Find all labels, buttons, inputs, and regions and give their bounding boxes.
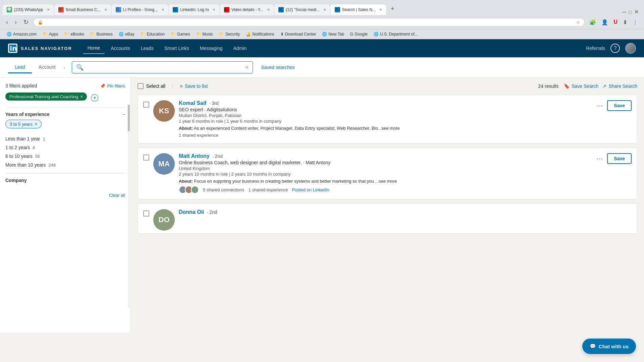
saved-searches-button[interactable]: Saved searches <box>261 65 294 70</box>
minimize-button[interactable]: ─ <box>622 9 626 15</box>
tab-gmail-close[interactable]: × <box>105 7 107 12</box>
bookmark-business-label: Business <box>96 32 113 37</box>
card-komal-checkbox[interactable] <box>143 102 149 108</box>
ublock-icon[interactable]: U <box>611 18 620 26</box>
bookmark-ebooks[interactable]: 📁 eBooks <box>61 31 87 38</box>
share-search-button[interactable]: ↗ Share Search <box>602 83 637 89</box>
donna-name[interactable]: Donna Oii <box>179 209 204 215</box>
bookmark-notifications[interactable]: 🔔 Notifications <box>243 31 277 38</box>
tab-linkedin-social[interactable]: in (12) "Social medi... × <box>274 4 330 15</box>
select-all-checkbox[interactable] <box>138 83 144 89</box>
bookmark-amazon[interactable]: 🌐 Amazon.com <box>4 31 39 38</box>
nav-messaging[interactable]: Messaging <box>195 43 227 54</box>
filter-6-to-10yr[interactable]: 6 to 10 years 56 <box>5 152 125 161</box>
industry-filter-remove[interactable]: × <box>80 94 83 99</box>
search-input-wrap[interactable]: 🔍 SEO × <box>72 61 253 73</box>
download-icon[interactable]: ⬇ <box>621 18 629 27</box>
bookmark-business[interactable]: 📁 Business <box>87 31 115 38</box>
search-type-tabs: Lead Account › <box>8 62 66 73</box>
youtube-favicon: ▶ <box>224 7 229 12</box>
referrals-button[interactable]: Referrals <box>586 46 605 51</box>
filter-6-10yr-count: 56 <box>35 154 40 159</box>
bookmark-new-tab[interactable]: 🌐 New Tab <box>319 31 346 38</box>
tab-linkedin-social-close[interactable]: × <box>324 7 326 12</box>
security-folder-icon: 📁 <box>219 32 224 37</box>
tab-google-close[interactable]: × <box>162 7 164 12</box>
profile-icon[interactable]: 👤 <box>599 18 610 27</box>
search-magnifier-icon: 🔍 <box>76 64 84 71</box>
card-matt-avatar[interactable]: MA <box>153 153 175 175</box>
bookmark-us-dept[interactable]: 🌐 U.S. Department of... <box>371 31 421 38</box>
card-donna-avatar[interactable]: DO <box>153 209 175 231</box>
save-search-button[interactable]: 🔖 Save Search <box>564 83 598 89</box>
bookmark-star-icon[interactable]: ☆ <box>576 20 580 25</box>
tab-sales-nav[interactable]: in Search | Sales N... × <box>331 4 386 15</box>
nav-leads[interactable]: Leads <box>136 43 158 54</box>
komal-name[interactable]: Komal Saif <box>179 100 207 106</box>
card-matt-checkbox[interactable] <box>143 155 149 161</box>
user-avatar[interactable] <box>625 43 636 54</box>
select-all-label[interactable]: Select all <box>146 83 165 89</box>
tab-youtube-close[interactable]: × <box>267 7 270 12</box>
tab-gmail[interactable]: M Small Business C... × <box>54 4 111 15</box>
nav-smart-links[interactable]: Smart Links <box>160 43 194 54</box>
bookmark-education[interactable]: 📁 Education <box>138 31 167 38</box>
save-to-list-button[interactable]: ≡ Save to list <box>180 83 208 89</box>
tab-whatsapp-close[interactable]: × <box>47 7 50 12</box>
bookmarks-bar: 🌐 Amazon.com 📁 Apps 📁 eBooks 📁 Business … <box>0 29 644 39</box>
bookmark-google[interactable]: G Google <box>347 31 370 38</box>
nav-accounts[interactable]: Accounts <box>106 43 135 54</box>
tab-sales-nav-close[interactable]: × <box>380 7 382 12</box>
matt-posted-linkedin: Posted on LinkedIn <box>292 187 329 192</box>
bookmark-download-center[interactable]: ⬇ Download Center <box>278 31 319 38</box>
clear-all-button[interactable]: Clear all <box>109 193 125 198</box>
matt-name[interactable]: Matt Antony <box>179 153 210 159</box>
address-input[interactable]: https://www.linkedin.com/sales/search/pe… <box>46 20 574 25</box>
pin-filters-button[interactable]: 📌 Pin filters <box>100 83 125 88</box>
card-komal-avatar[interactable]: KS <box>153 100 175 122</box>
nav-admin[interactable]: Admin <box>229 43 252 54</box>
maximize-button[interactable]: □ <box>629 9 632 15</box>
search-clear-icon[interactable]: × <box>245 64 249 71</box>
app-logo[interactable]: SALES NAVIGATOR <box>8 44 72 53</box>
back-button[interactable]: ‹ <box>4 17 10 27</box>
komal-shared-exp: 1 shared experience <box>179 133 218 138</box>
forward-button[interactable]: › <box>13 17 19 27</box>
address-bar[interactable]: 🔒 https://www.linkedin.com/sales/search/… <box>33 18 585 26</box>
result-card-donna: DO Donna Oii · 2nd <box>138 203 637 234</box>
card-donna-checkbox[interactable] <box>143 210 149 217</box>
tab-youtube[interactable]: ▶ Video details - Y... × <box>220 4 274 15</box>
komal-avatar-initials: KS <box>153 100 175 122</box>
close-window-button[interactable]: ✕ <box>634 9 639 15</box>
bookmark-ebay[interactable]: 🌐 eBay <box>116 31 137 38</box>
search-input[interactable]: SEO <box>86 65 242 70</box>
menu-icon[interactable]: ⋮ <box>631 18 640 27</box>
years-collapse-icon[interactable]: − <box>122 112 125 117</box>
tab-whatsapp[interactable]: 💬 (233) WhatsApp × <box>3 4 54 15</box>
bookmark-games[interactable]: 📁 Games <box>168 31 193 38</box>
add-filter-button[interactable]: + <box>91 94 98 102</box>
filter-less-than-1yr[interactable]: Less than 1 year 1 <box>5 134 125 143</box>
tab-linkedin-login-close[interactable]: × <box>213 7 215 12</box>
nav-home[interactable]: Home <box>83 43 105 54</box>
tab-account[interactable]: Account <box>32 62 62 73</box>
matt-more-button[interactable]: ⋯ <box>595 153 604 164</box>
matt-save-button[interactable]: Save <box>607 153 632 164</box>
new-tab-button[interactable]: + <box>387 3 398 15</box>
help-button[interactable]: ? <box>610 44 620 53</box>
bookmark-security[interactable]: 📁 Security <box>216 31 243 38</box>
linkedin-logo-icon <box>8 44 17 53</box>
komal-more-button[interactable]: ⋯ <box>595 100 604 111</box>
extensions-icon[interactable]: 🧩 <box>587 18 598 27</box>
years-filter-remove[interactable]: × <box>35 121 37 127</box>
avatar-image <box>626 44 635 53</box>
filter-1-to-2yr[interactable]: 1 to 2 years 4 <box>5 143 125 152</box>
bookmark-music[interactable]: 📁 Music <box>194 31 216 38</box>
tab-linkedin-login[interactable]: in LinkedIn: Log In × <box>169 4 219 15</box>
filter-more-than-10yr[interactable]: More than 10 years 248 <box>5 161 125 169</box>
komal-save-button[interactable]: Save <box>607 100 632 111</box>
bookmark-apps[interactable]: 📁 Apps <box>40 31 61 38</box>
tab-google[interactable]: G LI Profiles - Goog... × <box>112 4 168 15</box>
tab-lead[interactable]: Lead <box>8 62 32 73</box>
reload-button[interactable]: ↻ <box>21 17 31 27</box>
